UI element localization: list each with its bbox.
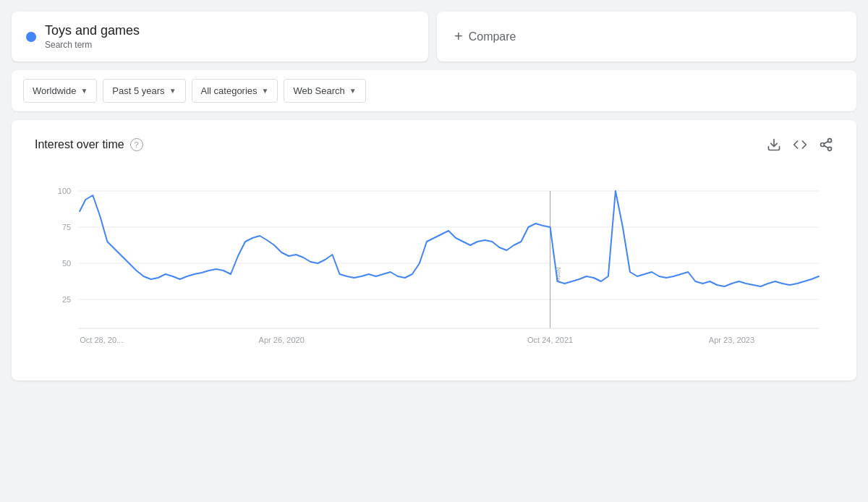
chart-card: Interest over time ?: [12, 120, 856, 380]
search-term-dot: [26, 32, 36, 42]
svg-line-5: [824, 141, 828, 143]
category-filter[interactable]: All categories ▼: [192, 79, 278, 103]
search-type-filter-label: Web Search: [293, 85, 344, 96]
location-filter[interactable]: Worldwide ▼: [23, 79, 97, 103]
chart-container: 100 75 50 25 Note Oct 28, 20... Apr 26, …: [35, 169, 833, 357]
svg-text:100: 100: [58, 187, 71, 195]
search-term-text: Toys and games Search term: [45, 23, 140, 50]
compare-plus-icon: +: [454, 28, 463, 45]
help-icon[interactable]: ?: [130, 138, 143, 151]
svg-text:25: 25: [62, 295, 71, 304]
svg-text:Oct 24, 2021: Oct 24, 2021: [527, 336, 573, 344]
location-filter-label: Worldwide: [33, 85, 76, 96]
time-range-filter-label: Past 5 years: [112, 85, 164, 96]
chart-title-area: Interest over time ?: [35, 138, 143, 151]
compare-card[interactable]: + Compare: [437, 12, 856, 61]
chart-svg: 100 75 50 25 Note Oct 28, 20... Apr 26, …: [35, 169, 833, 357]
svg-text:50: 50: [62, 259, 71, 268]
search-type-filter[interactable]: Web Search ▼: [284, 79, 365, 103]
category-filter-label: All categories: [201, 85, 258, 96]
chart-title: Interest over time: [35, 138, 124, 151]
search-term-title: Toys and games: [45, 23, 140, 38]
location-chevron-icon: ▼: [80, 87, 88, 95]
chart-header: Interest over time ?: [35, 137, 833, 152]
svg-text:Apr 26, 2020: Apr 26, 2020: [259, 336, 305, 344]
svg-text:Apr 23, 2023: Apr 23, 2023: [709, 336, 754, 344]
search-type-chevron-icon: ▼: [349, 87, 357, 95]
share-icon[interactable]: [819, 137, 833, 152]
compare-label: Compare: [469, 30, 516, 43]
svg-text:75: 75: [62, 223, 71, 231]
svg-line-4: [824, 145, 828, 148]
category-chevron-icon: ▼: [262, 87, 269, 95]
embed-icon[interactable]: [793, 137, 807, 152]
time-range-chevron-icon: ▼: [169, 87, 176, 95]
time-range-filter[interactable]: Past 5 years ▼: [103, 79, 185, 103]
top-area: Toys and games Search term + Compare: [12, 12, 856, 61]
download-icon[interactable]: [767, 137, 781, 152]
chart-actions: [767, 137, 833, 152]
search-term-card: Toys and games Search term: [12, 12, 428, 61]
svg-text:Oct 28, 20...: Oct 28, 20...: [80, 336, 123, 344]
filters-bar: Worldwide ▼ Past 5 years ▼ All categorie…: [12, 70, 856, 111]
search-term-subtitle: Search term: [45, 40, 140, 50]
